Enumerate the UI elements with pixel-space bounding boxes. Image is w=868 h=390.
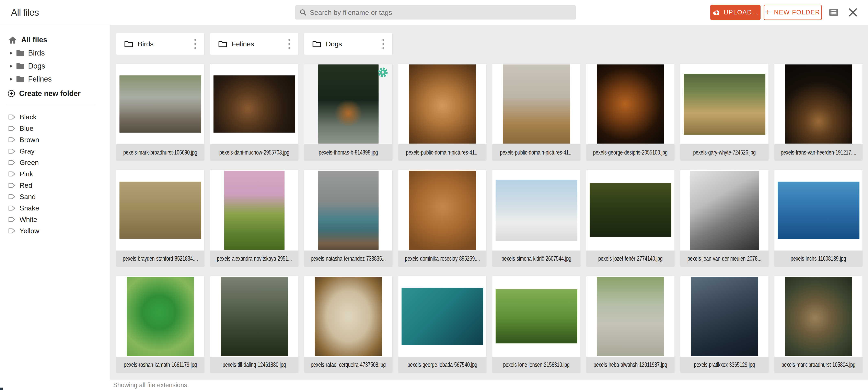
file-name: pexels-gary-whyte-724626.jpg: [680, 144, 769, 160]
file-card[interactable]: pexels-alexandra-novitskaya-2951...: [210, 170, 298, 267]
file-name: pexels-jean-van-der-meulen-2078...: [680, 251, 769, 267]
file-card[interactable]: pexels-till-daling-12461880.jpg: [210, 276, 298, 373]
tag-item-green[interactable]: Green: [0, 157, 110, 168]
file-card[interactable]: pexels-rafael-cerqueira-4737508.jpg: [304, 276, 392, 373]
tag-item-sand[interactable]: Sand: [0, 191, 110, 202]
sidebar-item-dogs[interactable]: Dogs: [0, 60, 110, 73]
tag-icon: [8, 183, 16, 188]
file-card[interactable]: pexels-lone-jensen-2156310.jpg: [492, 276, 581, 373]
tag-icon: [8, 137, 16, 142]
file-card[interactable]: pexels-natasha-fernandez-733835...: [304, 170, 392, 267]
file-card[interactable]: pexels-simona-kidrič-2607544.jpg: [492, 170, 581, 267]
folder-cards-row: Birds Felines Dogs: [116, 33, 868, 55]
file-name: pexels-public-domain-pictures-41...: [492, 144, 581, 160]
folder-icon: [16, 76, 24, 83]
create-new-folder-button[interactable]: Create new folder: [7, 89, 81, 98]
tag-icon: [8, 114, 16, 120]
file-card[interactable]: pexels-gary-whyte-724626.jpg: [680, 64, 769, 160]
tag-icon: [8, 217, 16, 222]
page-title: All files: [11, 0, 39, 25]
tag-label: Brown: [20, 136, 39, 144]
tag-label: Gray: [20, 147, 35, 155]
file-card[interactable]: pexels-george-lebada-567540.jpg: [398, 276, 487, 373]
folder-card-birds[interactable]: Birds: [116, 33, 204, 55]
tag-item-pink[interactable]: Pink: [0, 168, 110, 180]
tag-item-snake[interactable]: Snake: [0, 202, 110, 214]
tag-item-white[interactable]: White: [0, 214, 110, 225]
upload-label: UPLOAD...: [724, 9, 758, 16]
file-card[interactable]: pexels-jozef-fehér-2774140.jpg: [586, 170, 675, 267]
tag-label: White: [20, 216, 37, 224]
file-browser-main: Birds Felines Dogs pexels-mark-broadhurs…: [110, 25, 868, 380]
file-thumbnail: [304, 276, 392, 357]
file-card[interactable]: pexels-george-desipris-2055100.jpg: [586, 64, 675, 160]
file-card[interactable]: pexels-jean-van-der-meulen-2078...: [680, 170, 769, 267]
file-thumbnail: [116, 276, 204, 357]
file-thumbnail: [680, 276, 769, 357]
search-input[interactable]: [310, 8, 572, 17]
tag-item-black[interactable]: Black: [0, 111, 110, 123]
caret-right-icon[interactable]: [10, 77, 12, 81]
tag-icon: [8, 171, 16, 177]
tag-item-brown[interactable]: Brown: [0, 134, 110, 145]
file-name: pexels-heba-alwahsh-12011987.jpg: [586, 357, 675, 373]
file-thumbnail: [492, 276, 581, 357]
corner-artifact: [0, 388, 3, 390]
close-icon[interactable]: [848, 8, 858, 17]
file-card[interactable]: pexels-dominika-roseclay-895259....: [398, 170, 487, 267]
sidebar-item-birds[interactable]: Birds: [0, 46, 110, 60]
tag-label: Red: [20, 182, 32, 189]
file-name: pexels-alexandra-novitskaya-2951...: [210, 251, 298, 267]
kebab-menu-icon[interactable]: [192, 37, 198, 51]
file-card-processing[interactable]: pexels-thomas-b-814898.jpg: [304, 64, 392, 160]
file-thumbnail: [116, 170, 204, 251]
tag-icon: [8, 194, 16, 199]
folder-icon: [218, 40, 227, 48]
tag-item-yellow[interactable]: Yellow: [0, 225, 110, 236]
file-name: pexels-pratikxox-3365129.jpg: [680, 357, 769, 373]
plus-icon: +: [765, 8, 771, 16]
folder-tree: Birds Dogs Felines: [0, 46, 110, 86]
tag-item-gray[interactable]: Gray: [0, 145, 110, 157]
file-card[interactable]: pexels-roshan-kamath-1661179.jpg: [116, 276, 204, 373]
file-card[interactable]: pexels-dani-muchow-2955703.jpg: [210, 64, 298, 160]
file-card[interactable]: pexels-pratikxox-3365129.jpg: [680, 276, 769, 373]
sidebar-item-felines[interactable]: Felines: [0, 73, 110, 86]
file-card[interactable]: pexels-frans-van-heerden-191217....: [774, 64, 863, 160]
upload-button[interactable]: UPLOAD...: [710, 5, 761, 20]
file-name: pexels-natasha-fernandez-733835...: [304, 251, 392, 267]
kebab-menu-icon[interactable]: [380, 37, 386, 51]
file-card[interactable]: pexels-brayden-stanford-8521834....: [116, 170, 204, 267]
sidebar-item-all-files[interactable]: All files: [8, 35, 47, 44]
file-card[interactable]: pexels-public-domain-pictures-41...: [398, 64, 487, 160]
tag-item-blue[interactable]: Blue: [0, 123, 110, 134]
file-thumbnail: [586, 64, 675, 144]
folder-card-dogs[interactable]: Dogs: [304, 33, 392, 55]
new-folder-button[interactable]: + NEW FOLDER: [764, 5, 822, 20]
caret-right-icon[interactable]: [10, 64, 12, 68]
tree-folder-label: Felines: [28, 75, 52, 84]
file-name: pexels-mark-broadhurst-105804.jpg: [774, 357, 863, 373]
caret-right-icon[interactable]: [10, 51, 12, 55]
file-thumbnail: [586, 170, 675, 251]
tag-item-red[interactable]: Red: [0, 180, 110, 191]
folder-card-name: Dogs: [326, 40, 380, 48]
sidebar-root-label: All files: [21, 36, 47, 44]
kebab-menu-icon[interactable]: [286, 37, 292, 51]
file-thumbnail: [680, 170, 769, 251]
search-bar: [295, 5, 576, 20]
file-thumbnail: [774, 170, 863, 251]
tree-folder-label: Birds: [28, 49, 45, 57]
file-card[interactable]: pexels-inchs-11608139.jpg: [774, 170, 863, 267]
file-name: pexels-public-domain-pictures-41...: [398, 144, 487, 160]
tag-label: Yellow: [20, 227, 39, 235]
file-card[interactable]: pexels-mark-broadhurst-105804.jpg: [774, 276, 863, 373]
file-card[interactable]: pexels-heba-alwahsh-12011987.jpg: [586, 276, 675, 373]
file-card[interactable]: pexels-mark-broadhurst-106690.jpg: [116, 64, 204, 160]
folder-card-felines[interactable]: Felines: [210, 33, 298, 55]
list-view-toggle-icon[interactable]: [829, 8, 838, 17]
file-name: pexels-frans-van-heerden-191217....: [774, 144, 863, 160]
file-card[interactable]: pexels-public-domain-pictures-41...: [492, 64, 581, 160]
file-thumbnail: [398, 170, 487, 251]
file-thumbnail: [492, 170, 581, 251]
